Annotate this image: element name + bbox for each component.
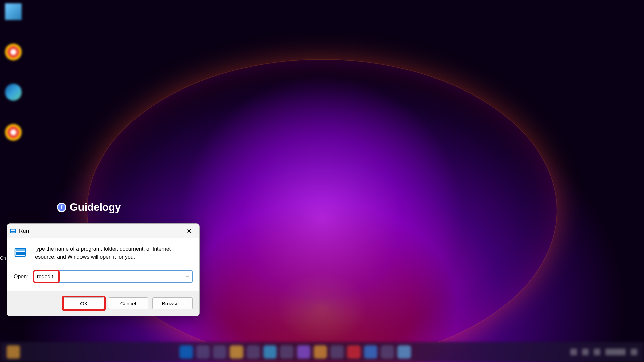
run-dialog: Run Type the name of a program, folder, …: [7, 223, 200, 316]
taskbar-app-icon[interactable]: [280, 345, 293, 359]
desktop-icon-chrome-2[interactable]: [3, 124, 23, 144]
recycle-bin-icon: [5, 3, 22, 20]
guidelogy-text: Guidelogy: [70, 201, 121, 214]
run-title: Run: [19, 228, 181, 234]
ok-button[interactable]: OK: [64, 297, 104, 309]
run-description: Type the name of a program, folder, docu…: [33, 245, 193, 261]
desktop-icon-chrome[interactable]: [3, 44, 23, 64]
guidelogy-watermark: Guidelogy: [57, 201, 121, 214]
taskbar-app-icon[interactable]: [314, 345, 327, 359]
desktop-icon-recycle-bin[interactable]: [3, 3, 23, 23]
tray-icon[interactable]: [582, 349, 589, 355]
run-titlebar[interactable]: Run: [7, 224, 199, 238]
taskbar-app-icon[interactable]: [364, 345, 377, 359]
desktop-icon-label-partial: Ch: [0, 255, 6, 261]
taskbar-app-icon[interactable]: [397, 345, 411, 359]
taskbar-app-icon[interactable]: [330, 345, 344, 359]
svg-rect-4: [16, 249, 25, 251]
taskbar[interactable]: [0, 342, 644, 362]
guidelogy-logo-icon: [57, 203, 66, 212]
run-dialog-icon: [10, 228, 16, 234]
run-body-icon: [14, 246, 27, 259]
taskbar-app-icon[interactable]: [263, 345, 277, 359]
combobox-dropdown-button[interactable]: [182, 271, 192, 282]
chrome-icon: [5, 124, 22, 141]
close-button[interactable]: [181, 226, 197, 236]
chrome-icon: [5, 44, 22, 60]
open-combobox[interactable]: [33, 270, 193, 283]
taskbar-app-icon[interactable]: [196, 345, 210, 359]
tray-icon[interactable]: [594, 349, 600, 355]
open-input[interactable]: [34, 274, 182, 280]
edge-icon: [5, 84, 22, 101]
taskbar-pinned-apps: [179, 345, 411, 359]
desktop-icon-edge[interactable]: [3, 84, 23, 104]
start-button[interactable]: [7, 345, 20, 359]
taskbar-app-icon[interactable]: [297, 345, 310, 359]
run-footer: OK Cancel Browse...: [7, 291, 199, 316]
open-label: Open:: [14, 274, 29, 280]
cancel-button[interactable]: Cancel: [108, 297, 148, 309]
taskbar-app-icon[interactable]: [213, 345, 226, 359]
taskbar-app-icon[interactable]: [179, 345, 193, 359]
ok-annotation-highlight: OK: [64, 297, 104, 309]
tray-icon[interactable]: [570, 349, 577, 355]
taskbar-app-icon[interactable]: [247, 345, 260, 359]
tray-clock[interactable]: [605, 349, 626, 355]
tray-icon[interactable]: [631, 349, 637, 355]
close-icon: [186, 229, 191, 233]
taskbar-app-icon[interactable]: [347, 345, 361, 359]
svg-rect-3: [16, 252, 25, 255]
desktop-icons-column: [3, 0, 23, 144]
run-body: Type the name of a program, folder, docu…: [7, 238, 199, 291]
browse-button[interactable]: Browse...: [152, 297, 193, 309]
svg-rect-1: [11, 231, 15, 232]
taskbar-app-icon[interactable]: [381, 345, 394, 359]
chevron-down-icon: [185, 276, 189, 278]
taskbar-system-tray[interactable]: [570, 349, 637, 355]
taskbar-app-icon[interactable]: [230, 345, 243, 359]
